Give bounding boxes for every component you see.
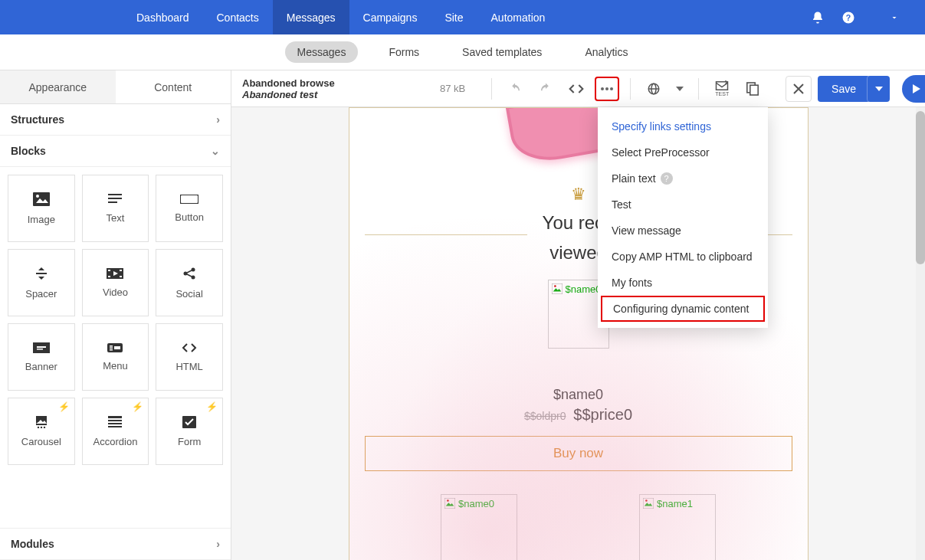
block-form[interactable]: ⚡ Form [156, 398, 223, 465]
help-icon[interactable]: ? [833, 0, 864, 34]
nav-campaigns[interactable]: Campaigns [349, 0, 431, 34]
block-banner[interactable]: Banner [8, 323, 75, 391]
block-label: Spacer [25, 288, 57, 300]
subnav-messages[interactable]: Messages [285, 41, 359, 63]
save-caret[interactable] [867, 76, 890, 102]
buy-now-button[interactable]: Buy now [365, 436, 792, 471]
thumb-0-text: $name0 [458, 498, 494, 509]
dd-select-preprocessor[interactable]: Select PreProcessor [598, 139, 768, 165]
svg-rect-25 [110, 347, 113, 349]
dd-plain-text[interactable]: Plain text ? [598, 165, 768, 192]
svg-point-51 [645, 500, 648, 503]
nav-contacts[interactable]: Contacts [203, 0, 273, 34]
svg-point-30 [41, 426, 42, 427]
menu-icon [107, 343, 123, 352]
play-button[interactable] [902, 75, 925, 103]
bolt-icon: ⚡ [58, 401, 70, 412]
canvas[interactable]: ♛ You rece viewed $name0 $name0 $$oldpr0 [231, 107, 925, 560]
close-button[interactable] [786, 76, 812, 102]
text-icon [108, 194, 122, 205]
dd-copy-amp[interactable]: Copy AMP HTML to clipboard [598, 244, 768, 270]
editor-toolbar: Abandoned browse Abandoned test 87 kB TE… [231, 70, 925, 107]
image-icon [33, 192, 50, 206]
blocks-grid: Image Text Button Spacer Video Social [0, 167, 231, 473]
subnav-saved-templates[interactable]: Saved templates [450, 41, 554, 63]
svg-rect-7 [108, 201, 117, 203]
svg-point-47 [554, 286, 556, 288]
tab-content[interactable]: Content [116, 70, 231, 103]
svg-rect-6 [108, 198, 122, 199]
button-icon [180, 195, 198, 204]
svg-point-39 [605, 87, 608, 90]
user-menu[interactable] [864, 0, 925, 34]
subnav-forms[interactable]: Forms [376, 41, 431, 63]
svg-rect-36 [108, 426, 122, 427]
section-structures-label: Structures [11, 113, 64, 126]
block-social[interactable]: Social [156, 249, 223, 316]
dd-config-dynamic[interactable]: Configuring dynamic content [601, 296, 765, 322]
notifications-icon[interactable] [802, 0, 833, 34]
language-button[interactable] [641, 77, 666, 101]
nav-site[interactable]: Site [431, 0, 477, 34]
svg-rect-2 [33, 192, 50, 206]
broken-image-icon [643, 498, 654, 509]
undo-button[interactable] [503, 77, 527, 101]
thumb-1[interactable]: $name1 [639, 494, 716, 560]
test-button[interactable]: TEST [710, 77, 734, 101]
block-video[interactable]: Video [82, 249, 149, 316]
block-menu[interactable]: Menu [82, 323, 149, 391]
language-caret[interactable] [672, 77, 687, 101]
svg-rect-50 [643, 498, 654, 509]
svg-point-17 [192, 275, 195, 279]
block-label: Carousel [21, 436, 61, 447]
section-structures[interactable]: Structures › [0, 104, 231, 136]
block-text[interactable]: Text [82, 175, 149, 242]
old-price: $$oldpr0 [524, 410, 566, 422]
svg-rect-22 [37, 349, 43, 350]
scrollbar-track[interactable] [916, 107, 925, 560]
new-price: $$price0 [573, 406, 632, 423]
more-options-dropdown: Specify links settings Select PreProcess… [598, 107, 768, 328]
block-label: Menu [103, 360, 128, 372]
svg-point-4 [36, 195, 39, 198]
accordion-icon [108, 416, 122, 428]
copy-button[interactable] [740, 77, 765, 101]
dd-view-message[interactable]: View message [598, 218, 768, 244]
nav-dashboard[interactable]: Dashboard [123, 0, 203, 34]
svg-rect-21 [37, 346, 46, 348]
subnav-analytics[interactable]: Analytics [572, 41, 640, 63]
code-button[interactable] [564, 77, 589, 101]
test-label: TEST [715, 91, 729, 97]
nav-automation[interactable]: Automation [477, 0, 559, 34]
dd-my-fonts[interactable]: My fonts [598, 270, 768, 296]
svg-rect-27 [114, 346, 120, 349]
section-modules-label: Modules [11, 538, 54, 550]
banner-icon [33, 342, 50, 353]
block-label: Image [28, 214, 55, 225]
nav-messages[interactable]: Messages [273, 0, 349, 34]
scrollbar-thumb[interactable] [916, 111, 925, 264]
block-html[interactable]: HTML [156, 323, 223, 391]
block-label: Video [103, 287, 128, 298]
dd-specify-links[interactable]: Specify links settings [598, 113, 768, 139]
block-button[interactable]: Button [156, 175, 223, 242]
thumb-1-text: $name1 [657, 498, 693, 509]
block-spacer[interactable]: Spacer [8, 249, 75, 316]
block-carousel[interactable]: ⚡ Carousel [8, 398, 75, 465]
bolt-icon: ⚡ [132, 401, 143, 412]
block-accordion[interactable]: ⚡ Accordion [82, 398, 149, 465]
tab-appearance[interactable]: Appearance [0, 70, 116, 103]
section-modules[interactable]: Modules › [0, 528, 231, 560]
message-title: Abandoned browse [242, 77, 434, 89]
block-label: Banner [25, 361, 57, 372]
sub-navigation: Messages Forms Saved templates Analytics [0, 34, 925, 70]
save-button[interactable]: Save [818, 76, 870, 102]
dd-test[interactable]: Test [598, 192, 768, 218]
more-options-button[interactable] [595, 77, 619, 101]
svg-rect-26 [110, 349, 113, 351]
block-label: Text [107, 212, 125, 224]
block-image[interactable]: Image [8, 175, 75, 242]
section-blocks[interactable]: Blocks ⌄ [0, 136, 231, 167]
thumb-0[interactable]: $name0 [441, 494, 517, 560]
redo-button[interactable] [533, 77, 558, 101]
